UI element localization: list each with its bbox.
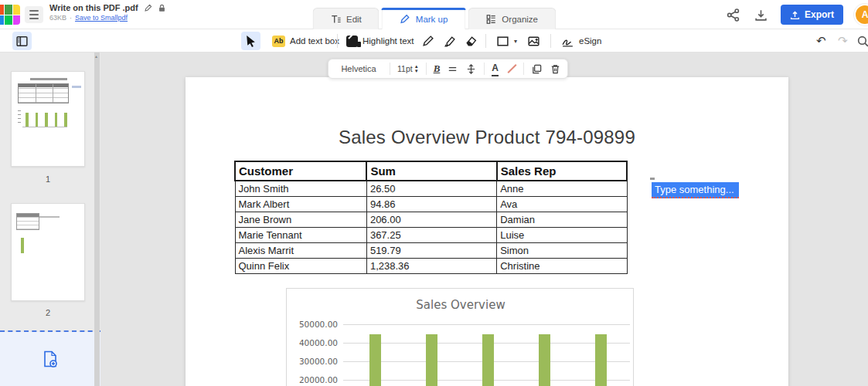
meta-separator: · [70, 14, 72, 22]
font-color-button[interactable]: A [492, 61, 499, 76]
sidebar-scrollbar[interactable] [94, 52, 100, 386]
tab-organize-label: Organize [502, 15, 538, 24]
font-size-stepper[interactable]: ▲ ▼ [414, 64, 419, 73]
line-spacing-button[interactable] [465, 61, 477, 76]
thumb-title-line [30, 78, 67, 80]
gridline: 50000.00 [287, 324, 635, 325]
add-page-zone[interactable] [0, 332, 100, 386]
header-actions: Export A [725, 0, 868, 29]
format-divider [390, 63, 390, 75]
no-highlight-icon [505, 63, 516, 74]
menu-icon[interactable] [25, 6, 43, 23]
font-size-value: 11pt [397, 64, 413, 73]
avatar[interactable]: A [854, 4, 868, 25]
highlight-text-label: Highlight text [363, 36, 414, 46]
search-icon [856, 35, 868, 48]
font-size-control[interactable]: 11pt ▲ ▼ [397, 61, 419, 76]
add-text-box-label: Add text box [290, 36, 339, 46]
thumb-chart-bars [22, 110, 67, 127]
col-sales-rep: Sales Rep [497, 161, 627, 181]
chart-bar [595, 334, 607, 386]
table-row: Jane Brown206.00Damian [235, 212, 627, 227]
text-annotation-box[interactable]: Type something... [652, 182, 739, 198]
document-canvas[interactable]: Sales Overview Product 794-09899 Custome… [100, 52, 868, 386]
insert-image-tool[interactable] [527, 32, 540, 50]
eraser-tool[interactable] [465, 32, 478, 50]
chart-bar [426, 334, 437, 386]
highlight-color-button[interactable] [505, 61, 516, 76]
pencil-tool[interactable] [421, 32, 434, 50]
esign-label: eSign [579, 36, 601, 46]
save-to-smallpdf-link[interactable]: Save to Smallpdf [75, 14, 128, 22]
tab-organize[interactable]: Organize [468, 8, 556, 29]
page-thumbnail-1[interactable] [11, 71, 85, 167]
bold-button[interactable]: B [434, 61, 441, 76]
image-icon [527, 35, 540, 48]
table-row: Mark Albert94.86Ava [235, 196, 627, 212]
export-up-icon [790, 10, 800, 20]
highlight-text-icon [346, 36, 358, 47]
page-number-1: 1 [0, 174, 96, 184]
file-size: 63KB [49, 14, 66, 22]
search-button[interactable] [856, 32, 868, 50]
highlight-text-tool[interactable]: Highlight text [346, 32, 414, 50]
sidebar-panel-icon [15, 35, 29, 48]
esign-tool[interactable]: eSign [561, 32, 601, 50]
export-button[interactable]: Export [781, 5, 843, 25]
shape-tool[interactable]: ▾ [496, 32, 517, 50]
chart-title: Sales Overview [287, 298, 635, 312]
highlighter-tool[interactable] [443, 32, 456, 50]
cursor-arrow-icon [244, 35, 257, 48]
toggle-sidebar-button[interactable] [12, 32, 32, 50]
signature-icon [561, 35, 574, 48]
tab-mark-up-label: Mark up [416, 15, 448, 24]
chevron-down-icon: ▾ [514, 38, 517, 45]
edit-text-icon [330, 14, 341, 25]
duplicate-button[interactable] [531, 61, 543, 76]
markup-toolbar: Ab Add text box Highlight text ▾ eS [0, 29, 868, 52]
sales-table: Customer Sum Sales Rep John Smith26.50An… [234, 161, 628, 274]
tab-edit[interactable]: Edit [312, 8, 380, 29]
page-thumbnail-2[interactable] [11, 203, 85, 301]
stepper-down-icon[interactable]: ▼ [414, 69, 419, 73]
col-customer: Customer [235, 161, 366, 181]
toolbar-divider [485, 34, 486, 48]
tab-edit-label: Edit [346, 15, 362, 24]
toolbar-divider [550, 34, 551, 48]
delete-button[interactable] [550, 61, 561, 76]
tab-mark-up[interactable]: Mark up [382, 8, 466, 29]
textbox-handle[interactable] [650, 178, 655, 180]
add-text-icon: Ab [272, 36, 285, 47]
table-row: John Smith26.50Anne [235, 181, 627, 196]
rename-pencil-icon[interactable] [144, 4, 152, 12]
lock-icon[interactable] [158, 4, 166, 12]
download-icon[interactable] [753, 6, 770, 23]
toolbar-divider [337, 34, 338, 48]
trash-icon [550, 63, 561, 75]
thumb-table [18, 83, 69, 103]
select-cursor-tool[interactable] [241, 32, 260, 50]
undo-icon: ↶ [816, 34, 826, 48]
format-divider [484, 63, 485, 75]
sales-chart: Sales Overview 50000.00 40000.00 30000.0… [286, 288, 634, 386]
pdf-page-1: Sales Overview Product 794-09899 Custome… [186, 77, 788, 386]
thumb-line [39, 216, 60, 218]
redo-button[interactable]: ↷ [838, 32, 848, 50]
align-button[interactable] [447, 61, 458, 76]
table-header-row: Customer Sum Sales Rep [235, 161, 627, 181]
file-title: Write on this PDF .pdf [49, 3, 138, 12]
thumb-bar [21, 238, 24, 253]
pdf-editor-app: Write on this PDF .pdf 63KB · Save to Sm… [0, 0, 868, 386]
format-divider [426, 63, 427, 75]
document-title: Sales Overview Product 794-09899 [186, 127, 788, 148]
file-info: Write on this PDF .pdf 63KB · Save to Sm… [49, 3, 166, 22]
undo-button[interactable]: ↶ [816, 32, 826, 50]
share-icon[interactable] [725, 6, 742, 23]
export-button-label: Export [805, 9, 834, 20]
add-text-box-tool[interactable]: Ab Add text box [272, 32, 339, 50]
top-header: Write on this PDF .pdf 63KB · Save to Sm… [0, 0, 868, 29]
app-logo[interactable] [0, 5, 20, 25]
textbox-text: Type something... [655, 184, 734, 195]
font-family-dropdown[interactable]: Helvetica [335, 61, 383, 76]
text-format-toolbar: Helvetica 11pt ▲ ▼ B A [328, 59, 568, 79]
